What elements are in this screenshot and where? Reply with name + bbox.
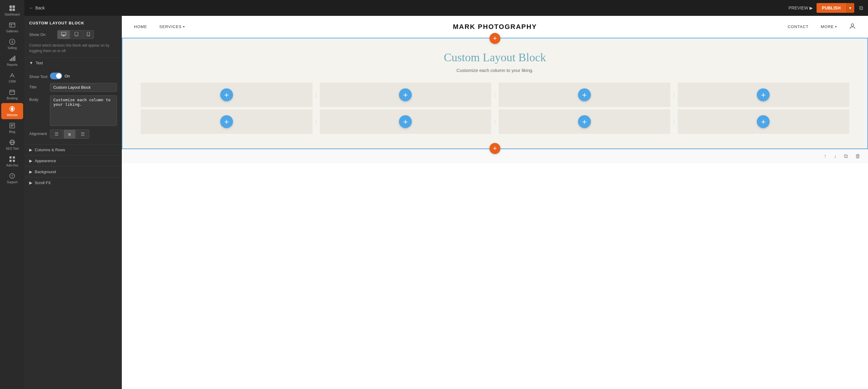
publish-button[interactable]: PUBLISH (816, 3, 846, 13)
preview-label: PREVIEW ▶ (788, 5, 812, 10)
sidebar-item-support[interactable]: ? Support (1, 170, 23, 186)
add-content-1-4-button[interactable]: + (757, 88, 770, 101)
seo-label: SEO Tool (6, 147, 19, 150)
support-icon: ? (9, 172, 16, 179)
panel-topbar: ← Back (24, 0, 122, 16)
text-section: ▼ Text Show Text On Title (24, 57, 122, 144)
appearance-section[interactable]: ▶ Appearence (24, 155, 122, 166)
nav-services[interactable]: SERVICES ▾ (159, 24, 185, 29)
preview-button[interactable]: PREVIEW ▶ (785, 4, 816, 12)
show-text-label: Show Text (29, 73, 48, 79)
grid-cell-1-4: + (678, 83, 849, 107)
back-button[interactable]: ← Back (29, 5, 45, 10)
main-area: PREVIEW ▶ PUBLISH ▾ ⧉ HOME SERVICES ▾ MA… (122, 0, 868, 389)
add-content-2-1-button[interactable]: + (220, 115, 233, 128)
grid-separator-2-1[interactable]: ⋮ (312, 109, 320, 134)
dashboard-icon (9, 5, 16, 11)
nav-home[interactable]: HOME (134, 24, 147, 29)
sidebar-item-galleries[interactable]: Galleries (1, 19, 23, 35)
sidebar-item-website[interactable]: Website (1, 103, 23, 119)
sidebar-item-dashboard[interactable]: Dashboard (1, 2, 23, 19)
move-down-button[interactable]: ↓ (832, 152, 839, 161)
dashboard-label: Dashboard (5, 13, 20, 16)
add-block-bottom-button[interactable]: + (490, 143, 500, 154)
scroll-fx-arrow: ▶ (29, 180, 32, 185)
title-input[interactable] (50, 83, 117, 92)
svg-rect-0 (9, 5, 12, 8)
sidebar-item-addons[interactable]: Add-Ons (1, 154, 23, 169)
scroll-fx-section[interactable]: ▶ Scroll FX (24, 177, 122, 188)
grid-cell-2-4: + (678, 109, 849, 134)
panel-content: CUSTOM LAYOUT BLOCK Show On Control whic… (24, 16, 122, 389)
add-content-2-3-button[interactable]: + (578, 115, 591, 128)
grid-separator-2-2[interactable]: ⋮ (491, 109, 499, 134)
add-block-top: + (490, 33, 500, 44)
booking-icon (9, 89, 16, 95)
grid-separator-1-3[interactable]: ⋮ (670, 83, 678, 107)
svg-rect-29 (13, 160, 15, 162)
appearance-label: Appearence (35, 159, 56, 163)
window-resize-button[interactable]: ⧉ (859, 5, 863, 11)
align-right-button[interactable]: ☰ (76, 130, 89, 139)
add-content-2-2-button[interactable]: + (399, 115, 412, 128)
galleries-label: Galleries (6, 30, 18, 33)
svg-text:?: ? (11, 174, 13, 178)
sidebar-item-reports[interactable]: Reports (1, 53, 23, 69)
device-tablet-toggle[interactable] (71, 30, 82, 39)
seo-icon (9, 139, 16, 146)
delete-button[interactable]: 🗑 (853, 152, 863, 161)
duplicate-button[interactable]: ⧉ (841, 152, 850, 161)
device-toggle-group (57, 30, 94, 39)
add-block-top-button[interactable]: + (490, 33, 500, 44)
nav-more[interactable]: MORE ▾ (821, 24, 837, 29)
selling-label: Selling (8, 46, 17, 50)
svg-rect-9 (10, 59, 11, 61)
nav-left-links: HOME SERVICES ▾ (134, 24, 185, 29)
title-row: Title (29, 81, 117, 93)
grid-separator-2-3[interactable]: ⋮ (670, 109, 678, 134)
nav-contact[interactable]: CONTACT (787, 24, 809, 29)
add-content-1-3-button[interactable]: + (578, 88, 591, 101)
galleries-icon (9, 22, 16, 28)
svg-rect-11 (13, 57, 14, 61)
add-content-1-2-button[interactable]: + (399, 88, 412, 101)
block-content: Custom Layout Block Customize each colum… (122, 38, 867, 148)
crm-icon (9, 72, 16, 79)
svg-rect-2 (9, 8, 12, 11)
selling-icon: $ (9, 38, 16, 45)
grid-row-1: + ⋮ + ⋮ + ⋮ + (141, 83, 849, 107)
grid-separator-1-2[interactable]: ⋮ (491, 83, 499, 107)
background-section[interactable]: ▶ Background (24, 166, 122, 177)
sidebar-item-crm[interactable]: CRM (1, 70, 23, 86)
svg-rect-12 (14, 56, 15, 61)
align-center-button[interactable]: ≡ (64, 130, 75, 139)
body-textarea[interactable]: Customize each column to your liking. (50, 95, 117, 126)
alignment-label: Alignment (29, 130, 48, 136)
add-content-1-1-button[interactable]: + (220, 88, 233, 101)
align-left-button[interactable]: ☰ (50, 130, 63, 139)
sidebar-item-blog[interactable]: Blog (1, 120, 23, 136)
text-section-label: Text (36, 61, 43, 65)
nav-user-icon[interactable] (849, 23, 856, 31)
sidebar-item-selling[interactable]: $ Selling (1, 36, 23, 52)
add-content-2-4-button[interactable]: + (757, 115, 770, 128)
title-label: Title (29, 83, 48, 89)
text-section-header[interactable]: ▼ Text (24, 58, 122, 68)
grid-separator-1-1[interactable]: ⋮ (312, 83, 320, 107)
show-text-toggle-container: On (50, 73, 70, 79)
panel-title: CUSTOM LAYOUT BLOCK (24, 16, 122, 28)
sidebar-item-booking[interactable]: Booking (1, 86, 23, 103)
grid-cell-2-3: + (499, 109, 670, 134)
show-text-row: Show Text On (29, 71, 117, 81)
device-mobile-toggle[interactable] (83, 30, 94, 39)
show-text-toggle[interactable] (50, 73, 62, 79)
sidebar-item-seo[interactable]: SEO Tool (1, 137, 23, 153)
device-desktop-toggle[interactable] (57, 30, 70, 39)
block-subtitle: Customize each column to your liking. (141, 68, 849, 73)
publish-dropdown-button[interactable]: ▾ (846, 3, 854, 13)
reports-icon (9, 55, 16, 62)
back-arrow-icon: ← (29, 5, 33, 10)
move-up-button[interactable]: ↑ (822, 152, 829, 161)
reports-label: Reports (7, 63, 18, 66)
columns-rows-section[interactable]: ▶ Columns & Rows (24, 144, 122, 155)
